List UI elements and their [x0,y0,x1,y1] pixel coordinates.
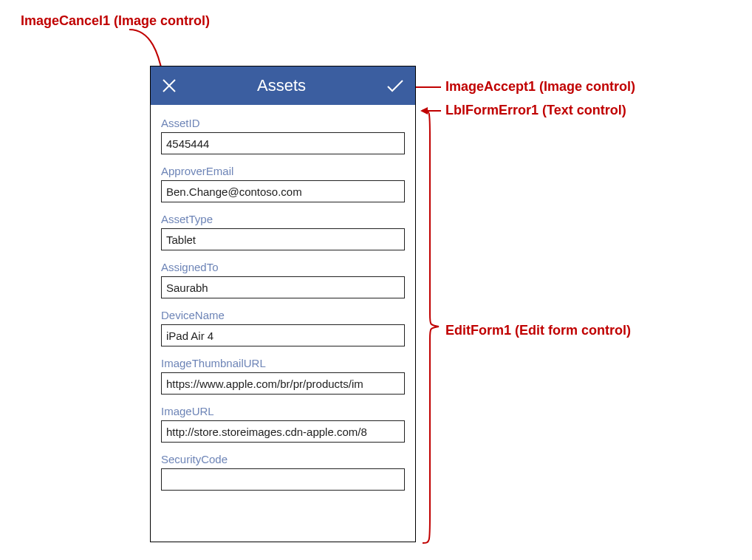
field-label: ImageURL [161,405,405,417]
field-label: SecurityCode [161,453,405,465]
edit-form: AssetID ApproverEmail AssetType Assigned… [151,109,415,542]
card-imageurl: ImageURL [161,405,405,443]
callout-error: LblFormError1 (Text control) [445,103,626,118]
card-assignedto: AssignedTo [161,261,405,298]
field-label: AssetType [161,213,405,225]
imagethumbnailurl-input[interactable] [161,372,405,395]
securitycode-input[interactable] [161,468,405,491]
field-label: ImageThumbnailURL [161,357,405,369]
assettype-input[interactable] [161,228,405,250]
card-devicename: DeviceName [161,309,405,346]
title-bar: Assets [151,66,415,105]
devicename-input[interactable] [161,324,405,346]
callout-form: EditForm1 (Edit form control) [445,323,631,338]
field-label: AssetID [161,117,405,129]
app-screen: Assets AssetID ApproverEmail AssetType [150,66,416,542]
accept-icon[interactable] [386,78,405,94]
callout-accept: ImageAccept1 (Image control) [445,79,635,95]
field-label: ApproverEmail [161,165,405,177]
cancel-icon[interactable] [161,78,177,94]
approveremail-input[interactable] [161,180,405,202]
card-approveremail: ApproverEmail [161,165,405,202]
screen-title: Assets [257,76,306,95]
assignedto-input[interactable] [161,276,405,298]
card-assetid: AssetID [161,117,405,154]
imageurl-input[interactable] [161,420,405,443]
field-label: AssignedTo [161,261,405,273]
callout-cancel: ImageCancel1 (Image control) [21,13,210,29]
card-securitycode: SecurityCode [161,453,405,491]
card-imagethumbnailurl: ImageThumbnailURL [161,357,405,395]
assetid-input[interactable] [161,132,405,154]
brace-form [420,109,442,544]
card-assettype: AssetType [161,213,405,250]
field-label: DeviceName [161,309,405,321]
